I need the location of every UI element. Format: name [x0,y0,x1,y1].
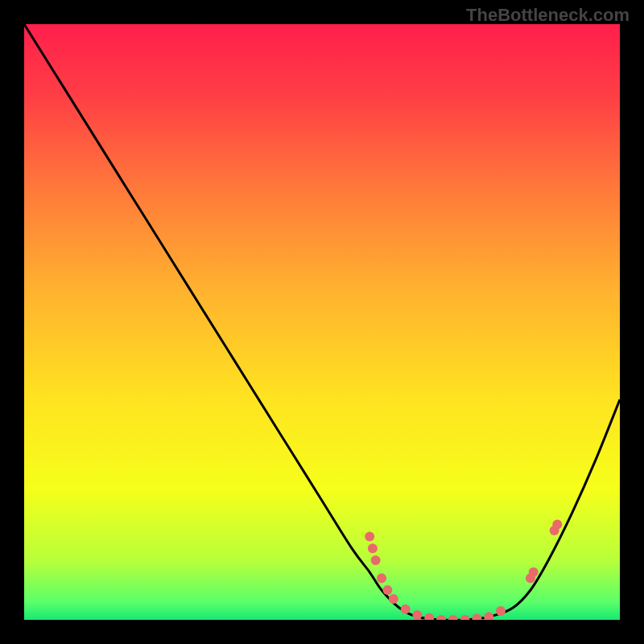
data-marker [377,573,386,583]
watermark-text: TheBottleneck.com [466,5,630,26]
data-marker [412,610,422,620]
chart-container: TheBottleneck.com [0,0,644,644]
data-marker [401,605,411,614]
data-marker [368,543,378,553]
data-marker [371,555,381,565]
chart-svg [24,24,620,620]
gradient-background [24,24,620,620]
data-marker [496,606,506,616]
data-marker [552,520,562,530]
data-marker [389,594,398,604]
data-marker [365,531,374,541]
data-marker [529,568,539,577]
plot-area [24,24,620,620]
data-marker [382,585,392,595]
